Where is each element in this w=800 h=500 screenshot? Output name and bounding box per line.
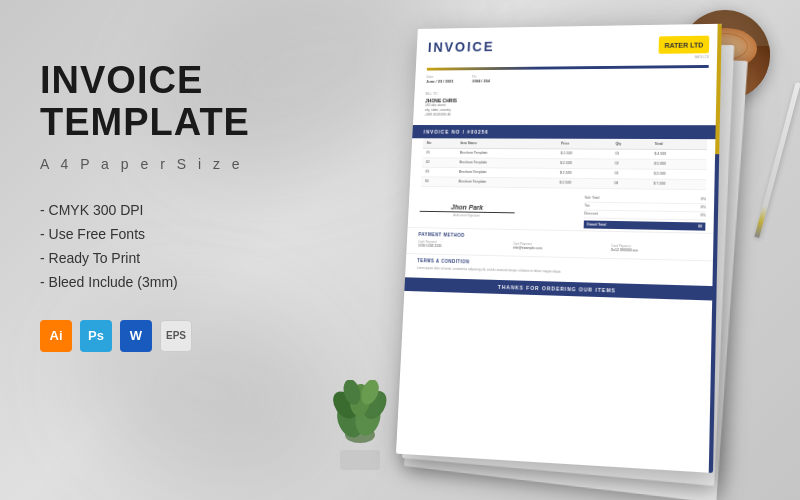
discount-row: Discount 0% bbox=[584, 210, 706, 220]
col-price: Price bbox=[557, 138, 612, 148]
cell-qty: 02 bbox=[611, 159, 650, 169]
col-total: Total bbox=[650, 139, 707, 150]
invoice-footer-text: THANKS FOR ORDERING OUR ITEMS bbox=[416, 282, 704, 297]
payment-col-3: Card Payment 0x12 000000 xxx bbox=[611, 244, 705, 254]
invoice-table: No Item Name Price Qty Total 01 Brochure… bbox=[421, 138, 707, 190]
invoice-table-body: 01 Brochure Template $ 2.500 01 $ 4.500 … bbox=[421, 148, 707, 189]
invoice-num-col: No 1064 / 254 bbox=[472, 75, 490, 84]
invoice-bill-addr: 165 abc street,city, state, country+990 … bbox=[424, 102, 708, 117]
invoice-page-main: INVOICE RATER LTD RATE LTD Date June / 2… bbox=[396, 24, 722, 473]
invoice-number-bar: INVOICE NO / #00256 bbox=[412, 125, 720, 139]
title-line1: INVOICE bbox=[40, 60, 270, 102]
paper-size: A 4 P a p e r S i z e bbox=[40, 156, 270, 172]
title-line2: TEMPLATE bbox=[40, 102, 270, 144]
invoice-date-col: Date June / 23 / 2021 bbox=[426, 75, 454, 84]
payment-val-1: 1234 1243 2215 bbox=[418, 243, 505, 249]
cell-price: $ 2.500 bbox=[556, 158, 611, 168]
tax-label: Tax bbox=[584, 204, 590, 208]
feature-item-3: Ready To Print bbox=[40, 250, 270, 266]
herb-svg bbox=[330, 380, 390, 450]
grand-val: $0 bbox=[698, 224, 702, 228]
document-stack: INVOICE RATER LTD RATE LTD Date June / 2… bbox=[395, 23, 747, 496]
invoice-bill-section: BILL TO JHONE CHRIS 165 abc street,city,… bbox=[413, 87, 720, 121]
cell-total: $ 2.500 bbox=[650, 169, 707, 180]
left-panel: INVOICE TEMPLATE A 4 P a p e r S i z e C… bbox=[40, 60, 270, 352]
invoice-bill-to-label: BILL TO bbox=[425, 91, 708, 96]
invoice-num-val: 1064 / 254 bbox=[472, 78, 490, 83]
cell-no: 01 bbox=[422, 148, 456, 158]
cell-qty: 03 bbox=[610, 178, 649, 188]
invoice-title-text: INVOICE bbox=[428, 39, 495, 55]
signature-line: Jhon Park bbox=[420, 192, 516, 213]
cell-total: $ 5.000 bbox=[650, 159, 707, 169]
invoice-title-area: INVOICE bbox=[428, 39, 495, 55]
cell-price: $ 2.500 bbox=[555, 178, 610, 188]
subtotal-label: Sub Total bbox=[585, 196, 600, 200]
col-item: Item Name bbox=[456, 138, 557, 148]
cell-price: $ 2.500 bbox=[556, 168, 611, 178]
cell-price: $ 2.500 bbox=[556, 149, 611, 159]
signature-label: Authorized Signature bbox=[419, 212, 514, 217]
payment-col-2: Card Payment info@example.com bbox=[513, 241, 604, 251]
cell-no: 03 bbox=[421, 167, 455, 177]
eps-icon: EPS bbox=[160, 320, 192, 352]
invoice-bill-col: BILL TO JHONE CHRIS 165 abc street,city,… bbox=[424, 91, 708, 118]
invoice-logo-subtitle: RATE LTD bbox=[658, 55, 709, 59]
features-list: CMYK 300 DPI Use Free Fonts Ready To Pri… bbox=[40, 202, 270, 290]
cell-total: $ 4.500 bbox=[650, 149, 707, 159]
table-row: 04 Brochure Template $ 2.500 03 $ 7.500 bbox=[421, 176, 706, 189]
tax-val: 0% bbox=[700, 205, 705, 209]
grand-label: Grand Total bbox=[587, 222, 606, 226]
signature-text: Jhon Park bbox=[451, 203, 483, 210]
photoshop-icon: Ps bbox=[80, 320, 112, 352]
col-qty: Qty bbox=[611, 139, 650, 149]
invoice-logo-box: RATER LTD bbox=[659, 36, 710, 54]
feature-item-4: Bleed Include (3mm) bbox=[40, 274, 270, 290]
payment-val-3: 0x12 000000 xxx bbox=[611, 248, 705, 254]
payment-val-2: info@example.com bbox=[513, 245, 603, 251]
software-icons: Ai Ps W EPS bbox=[40, 320, 270, 352]
invoice-document-container: INVOICE RATER LTD RATE LTD Date June / 2… bbox=[395, 23, 747, 496]
herb-pot bbox=[340, 450, 380, 470]
col-no: No bbox=[423, 138, 457, 148]
cell-qty: 01 bbox=[611, 149, 650, 159]
invoice-header: INVOICE RATER LTD RATE LTD bbox=[416, 24, 722, 68]
cell-no: 04 bbox=[421, 176, 455, 186]
invoice-logo-text: RATER LTD bbox=[664, 41, 703, 48]
subtotal-val: 0% bbox=[701, 197, 706, 201]
discount-label: Discount bbox=[584, 212, 598, 216]
payment-col-1: Cash Payment 1234 1243 2215 bbox=[418, 239, 506, 249]
cell-item: Brochure Template bbox=[454, 177, 555, 188]
invoice-number-text: INVOICE NO / #00256 bbox=[424, 129, 489, 135]
cell-qty: 01 bbox=[611, 169, 650, 179]
invoice-date-val: June / 23 / 2021 bbox=[426, 79, 453, 84]
feature-item-1: CMYK 300 DPI bbox=[40, 202, 270, 218]
invoice-totals-row: Jhon Park Authorized Signature Sub Total… bbox=[408, 190, 719, 232]
grand-total-row: Grand Total $0 bbox=[584, 220, 706, 230]
illustrator-icon: Ai bbox=[40, 320, 72, 352]
invoice-totals-box: Sub Total 0% Tax 0% Discount 0% Grand To… bbox=[584, 194, 706, 230]
invoice-info-row: Date June / 23 / 2021 No 1064 / 254 bbox=[415, 68, 721, 89]
discount-val: 0% bbox=[700, 214, 705, 218]
cell-total: $ 7.500 bbox=[649, 179, 706, 190]
cell-no: 02 bbox=[422, 157, 456, 167]
invoice-logo-area: RATER LTD RATE LTD bbox=[658, 36, 709, 60]
invoice-signature-area: Jhon Park Authorized Signature bbox=[419, 192, 515, 226]
word-icon: W bbox=[120, 320, 152, 352]
feature-item-2: Use Free Fonts bbox=[40, 226, 270, 242]
invoice-table-wrap: No Item Name Price Qty Total 01 Brochure… bbox=[410, 138, 720, 190]
